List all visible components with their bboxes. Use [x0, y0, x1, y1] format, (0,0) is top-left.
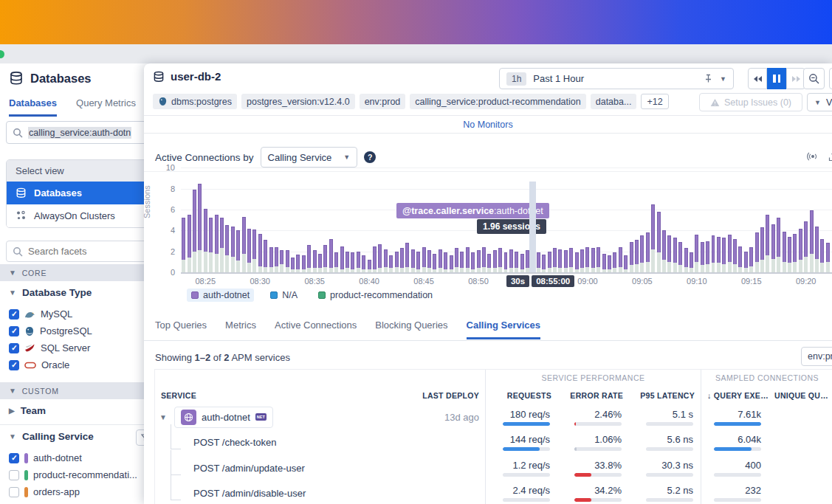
- legend-item-auth-dotnet[interactable]: auth-dotnet: [187, 289, 254, 302]
- bar-auth-dotnet-segment: [619, 247, 622, 267]
- section-custom[interactable]: ▼ CUSTOM: [0, 382, 148, 399]
- chevron-down-icon: ▼: [814, 99, 821, 106]
- facet-search-input[interactable]: [28, 246, 117, 257]
- tag-pill[interactable]: postgres_version:v12.4.0: [241, 94, 355, 109]
- refresh-button[interactable]: [829, 68, 832, 89]
- bar-other-segment: [760, 260, 764, 272]
- sidebar-tabs: DatabasesQuery Metrics: [9, 97, 136, 117]
- checkbox[interactable]: [9, 453, 19, 463]
- breakdown-select[interactable]: Calling Service ▼: [261, 147, 358, 168]
- bar-other-segment: [793, 262, 797, 272]
- table-row-auth-dotnet[interactable]: ▼auth-dotnetNET13d ago180 req/s2.46%5.1 …: [155, 404, 832, 430]
- metric-bar-fill: [503, 447, 540, 451]
- checkbox[interactable]: [9, 360, 19, 370]
- facet-option-product-recommendati-[interactable]: product-recommendati...: [9, 466, 146, 483]
- metric-value: 33.8%: [594, 460, 622, 471]
- select-view-item-databases[interactable]: Databases: [7, 182, 153, 204]
- service-name-pill[interactable]: auth-dotnetNET: [174, 407, 273, 428]
- legend-item-product-recommendation[interactable]: product-recommendation: [314, 289, 437, 302]
- facet-option-mysql[interactable]: MySQL: [9, 305, 146, 322]
- bar-auth-dotnet-segment: [258, 234, 262, 266]
- tab-calling-services[interactable]: Calling Services: [467, 320, 540, 339]
- postgres-icon: [158, 97, 168, 106]
- playback-controls: [748, 68, 805, 89]
- legend-item-n-a[interactable]: N/A: [266, 289, 302, 302]
- no-monitors-link[interactable]: No Monitors: [463, 120, 512, 130]
- col-header-p95-latency[interactable]: P95 LATENCY: [629, 386, 701, 404]
- tab-blocking-queries[interactable]: Blocking Queries: [375, 320, 447, 339]
- chart-hover-time-badges: 30s 08:55:00: [506, 275, 574, 287]
- facet-option-postgresql[interactable]: PostgreSQL: [9, 322, 146, 339]
- pause-button[interactable]: [767, 68, 786, 89]
- chevron-down-icon[interactable]: ▼: [158, 413, 168, 421]
- facet-option-oracle[interactable]: Oracle: [9, 356, 146, 373]
- select-view-item-alwayson-clusters[interactable]: AlwaysOn Clusters: [7, 204, 153, 227]
- checkbox[interactable]: [9, 487, 19, 497]
- tag-pill[interactable]: dbms:postgres: [153, 94, 237, 109]
- bar-auth-dotnet-segment: [477, 250, 481, 268]
- chevron-down-icon[interactable]: ▼: [720, 75, 726, 83]
- col-header-requests[interactable]: REQUESTS: [485, 386, 557, 404]
- env-filter-input[interactable]: env:pro: [801, 347, 832, 366]
- facet-group-calling-service[interactable]: ▼ Calling Service: [9, 431, 94, 442]
- col-header-error-rate[interactable]: ERROR RATE: [557, 386, 629, 404]
- setup-issues-button[interactable]: Setup Issues (0): [699, 93, 802, 111]
- table-row-post-admin-update-user[interactable]: POST /admin/update-user1.2 req/s33.8%30.…: [155, 455, 832, 481]
- bar-auth-dotnet-segment: [188, 215, 191, 258]
- legend-swatch: [318, 291, 326, 299]
- x-tick-label: 08:25: [196, 277, 216, 286]
- endpoint-name[interactable]: POST /admin/disable-user: [158, 488, 306, 499]
- bar-other-segment: [264, 267, 267, 272]
- tag-pill[interactable]: databa...: [591, 94, 637, 109]
- facet-search[interactable]: [6, 241, 154, 262]
- tab-top-queries[interactable]: Top Queries: [155, 320, 207, 339]
- tag-pill[interactable]: calling_service:product-recommendation: [410, 94, 585, 109]
- facet-group-database-type[interactable]: ▼ Database Type: [9, 287, 92, 298]
- export-icon[interactable]: [828, 151, 832, 162]
- facet-group-team[interactable]: ▶ Team: [9, 405, 46, 416]
- help-icon[interactable]: ?: [364, 151, 376, 163]
- y-tick-label: 8: [156, 184, 175, 193]
- service-name: auth-dotnet: [202, 412, 250, 423]
- view-dropdown-button[interactable]: ▼ View P: [807, 93, 832, 111]
- calling-services-table: SERVICE PERFORMANCE SAMPLED CONNECTIONS …: [154, 369, 832, 504]
- facet-option-orders-app[interactable]: orders-app: [9, 483, 146, 500]
- time-range-selector[interactable]: 1h Past 1 Hour ▼: [499, 68, 734, 89]
- col-header-last-deploy[interactable]: LAST DEPLOY: [422, 386, 485, 404]
- facet-option-sql-server[interactable]: SQL Server: [9, 339, 146, 356]
- col-header-unique-queries[interactable]: UNIQUE QU…: [769, 386, 832, 404]
- table-row-post-check-token[interactable]: POST /check-token144 req/s1.06%5.6 ns6.0…: [155, 430, 832, 456]
- service-color-chip: [24, 487, 28, 497]
- section-core[interactable]: ▼ CORE: [0, 264, 148, 281]
- checkbox[interactable]: [9, 343, 19, 353]
- bar-auth-dotnet-segment: [728, 235, 732, 262]
- col-header-query-executions[interactable]: ↓ QUERY EXE…: [701, 386, 769, 404]
- bar-other-segment: [498, 267, 502, 272]
- tag-pill[interactable]: env:prod: [360, 94, 406, 109]
- bar-auth-dotnet-segment: [717, 237, 721, 263]
- metric-bar-track: [503, 473, 550, 477]
- zoom-out-button[interactable]: [803, 68, 825, 89]
- col-header-service[interactable]: SERVICE: [155, 386, 422, 404]
- tab-active-connections[interactable]: Active Connections: [275, 320, 357, 339]
- checkbox[interactable]: [9, 326, 19, 336]
- select-view-card: Select view DatabasesAlwaysOn Clusters: [6, 159, 154, 228]
- endpoint-name[interactable]: POST /admin/update-user: [158, 463, 305, 474]
- tab-metrics[interactable]: Metrics: [225, 320, 256, 339]
- metric-bar-track: [574, 498, 622, 502]
- sidebar-search[interactable]: calling_service:auth-dotn: [6, 121, 154, 144]
- rewind-button[interactable]: [748, 68, 767, 89]
- checkbox[interactable]: [9, 309, 19, 320]
- tags-overflow-badge[interactable]: +12: [641, 94, 668, 109]
- sidebar-tab-query-metrics[interactable]: Query Metrics: [76, 97, 136, 117]
- sidebar-search-value[interactable]: calling_service:auth-dotn: [28, 127, 131, 139]
- sidebar-tab-databases[interactable]: Databases: [9, 97, 57, 117]
- checkbox[interactable]: [9, 470, 19, 480]
- endpoint-name[interactable]: POST /check-token: [158, 437, 276, 448]
- bar-other-segment: [695, 262, 698, 272]
- watchdog-icon[interactable]: [807, 151, 819, 162]
- facet-option-auth-dotnet[interactable]: auth-dotnet: [9, 449, 146, 466]
- bar-other-segment: [667, 262, 671, 272]
- pin-icon[interactable]: [704, 74, 713, 83]
- table-row-post-admin-disable-user[interactable]: POST /admin/disable-user2.4 req/s34.2%5.…: [155, 481, 832, 504]
